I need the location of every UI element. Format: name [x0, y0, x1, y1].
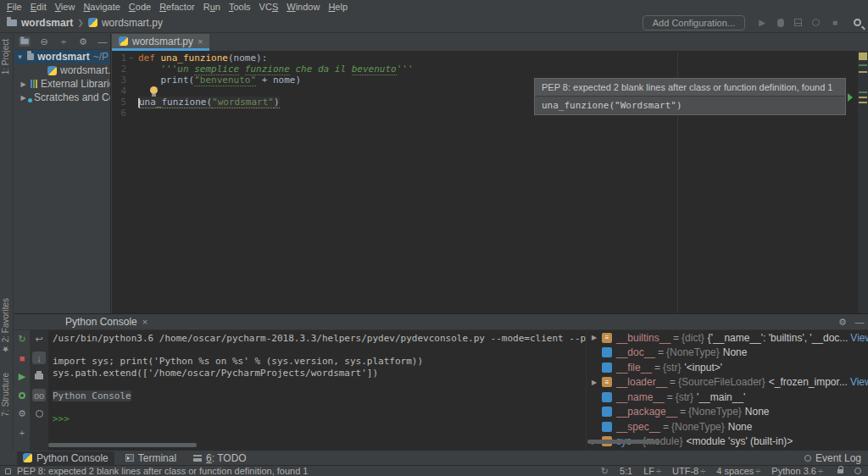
- menu-run[interactable]: Run: [199, 2, 225, 12]
- menu-tools[interactable]: Tools: [225, 2, 255, 12]
- fold-icon[interactable]: −: [129, 53, 138, 64]
- inspection-indicator-icon[interactable]: [859, 53, 867, 60]
- variable-row-file[interactable]: __file__={str}'<input>': [587, 360, 868, 375]
- tree-expand-icon[interactable]: ▼: [16, 53, 24, 61]
- variable-row-name[interactable]: __name__={str}'__main__': [587, 390, 868, 405]
- tree-item-scratches-and-co[interactable]: ▶Scratches and Co: [14, 91, 110, 104]
- breadcrumb-project[interactable]: wordsmart: [21, 17, 73, 29]
- run-coverage-icon[interactable]: [794, 19, 802, 26]
- expand-icon[interactable]: ▶: [592, 379, 602, 386]
- variables-hscrollbar[interactable]: [587, 440, 659, 444]
- status-widget-5-1[interactable]: 5:1: [620, 466, 632, 476]
- code-text[interactable]: una_funzione("wordsmart"): [138, 97, 280, 108]
- tree-item-external-libraries[interactable]: ▶External Libraries: [14, 77, 110, 91]
- expand-icon[interactable]: ▶: [592, 334, 602, 341]
- run-play-icon[interactable]: ▶: [757, 18, 767, 27]
- hide-panel-icon[interactable]: —: [851, 317, 868, 328]
- settings-gear-icon[interactable]: ⚙: [15, 407, 29, 420]
- attach-debugger-icon[interactable]: [15, 389, 29, 401]
- background-task-icon[interactable]: ↻: [601, 466, 609, 476]
- code-line[interactable]: 2 '''un semplice funzione che da il beve…: [112, 64, 858, 75]
- status-widget-python-3-6[interactable]: Python 3.6÷: [771, 466, 823, 476]
- error-stripe[interactable]: [858, 51, 868, 313]
- tool-stripe-favorites[interactable]: ★ 2: Favorites: [1, 298, 10, 354]
- view-link[interactable]: View: [848, 376, 868, 388]
- event-log-button[interactable]: Event Log: [804, 452, 861, 464]
- hide-panel-icon[interactable]: —: [97, 36, 108, 47]
- stripe-mark-green[interactable]: [859, 91, 867, 93]
- breadcrumb-separator-icon: ❯: [77, 19, 84, 27]
- stripe-mark-yellow[interactable]: [859, 71, 867, 73]
- console-hscrollbar[interactable]: [48, 443, 197, 447]
- show-variables-icon[interactable]: oo: [32, 389, 46, 401]
- menu-edit[interactable]: Edit: [26, 2, 51, 12]
- code-text[interactable]: def una_funzione(nome):: [138, 53, 267, 64]
- collapse-all-icon[interactable]: ⊖: [38, 36, 50, 47]
- menu-refactor[interactable]: Refactor: [155, 2, 199, 12]
- add-configuration-button[interactable]: Add Configuration...: [643, 15, 745, 30]
- status-widget-lf[interactable]: LF÷: [643, 466, 661, 476]
- scroll-to-end-icon[interactable]: ↓: [32, 351, 46, 364]
- tab-title: wordsmart.py: [132, 36, 193, 47]
- execute-icon[interactable]: ▶: [15, 370, 29, 383]
- status-widget-utf-8[interactable]: UTF-8÷: [672, 466, 705, 476]
- status-message[interactable]: PEP 8: expected 2 blank lines after clas…: [5, 466, 308, 476]
- terminal-icon: [125, 454, 134, 462]
- tree-expand-icon[interactable]: ▶: [19, 94, 27, 102]
- tool-stripe-structure[interactable]: 7: Structure: [1, 373, 10, 417]
- breadcrumb-file[interactable]: wordsmart.py: [102, 17, 163, 29]
- profiler-icon[interactable]: [812, 19, 820, 26]
- tree-item-wordsmart[interactable]: ▼wordsmart ~/P: [14, 50, 110, 64]
- toolwindow-terminal[interactable]: Terminal: [120, 451, 182, 465]
- tab-wordsmart-py[interactable]: wordsmart.py ×: [112, 34, 209, 51]
- tree-item-wordsmart-py[interactable]: wordsmart.py: [14, 64, 110, 77]
- rerun-console-icon[interactable]: ↻: [15, 333, 29, 346]
- menu-help[interactable]: Help: [324, 2, 352, 12]
- toolwindow-6-todo[interactable]: 6: TODO: [187, 451, 253, 465]
- variable-row-builtins[interactable]: ▶≡__builtins__={dict}{'__name__': 'built…: [587, 330, 868, 346]
- toolwindow-python-console[interactable]: Python Console: [17, 451, 114, 465]
- menu-code[interactable]: Code: [125, 2, 155, 12]
- compact-view-icon[interactable]: ÷: [58, 36, 70, 47]
- soft-wrap-icon[interactable]: ↩: [32, 333, 46, 346]
- stripe-mark-yellow[interactable]: [859, 97, 867, 98]
- view-link[interactable]: View: [848, 332, 868, 344]
- print-icon[interactable]: [32, 370, 46, 383]
- variable-row-loader[interactable]: ▶≡__loader__={SourceFileLoader}<_frozen_…: [587, 375, 868, 390]
- close-tab-icon[interactable]: ×: [198, 36, 203, 47]
- variable-value: <_frozen_impor...: [765, 376, 848, 388]
- add-console-icon[interactable]: +: [15, 426, 29, 439]
- code-text[interactable]: '''un semplice funzione che da il bevenu…: [138, 64, 414, 75]
- highlighting-level-icon[interactable]: [854, 468, 861, 474]
- variables-panel: ▶≡__builtins__={dict}{'__name__': 'built…: [586, 330, 868, 451]
- variable-row-doc[interactable]: __doc__={NoneType}None: [587, 346, 868, 361]
- variable-row-package[interactable]: __package__={NoneType}None: [587, 405, 868, 420]
- readonly-lock-icon[interactable]: [837, 469, 843, 473]
- search-everywhere-icon[interactable]: [854, 19, 861, 26]
- stop-icon[interactable]: ■: [830, 18, 840, 27]
- menu-file[interactable]: File: [3, 2, 26, 12]
- stripe-mark-green[interactable]: [859, 64, 867, 66]
- menu-vcs[interactable]: VCS: [255, 2, 283, 12]
- close-tab-icon[interactable]: ×: [142, 317, 147, 327]
- code-token: (nome):: [228, 53, 267, 64]
- stripe-mark-yellow[interactable]: [859, 102, 867, 103]
- code-line[interactable]: 1−def una_funzione(nome):: [112, 53, 858, 64]
- menu-navigate[interactable]: Navigate: [79, 2, 124, 12]
- tree-expand-icon[interactable]: ▶: [19, 80, 27, 88]
- history-icon[interactable]: [32, 407, 46, 420]
- status-widget-4-spaces[interactable]: 4 spaces÷: [716, 466, 760, 476]
- menu-view[interactable]: View: [51, 2, 80, 12]
- menu-window[interactable]: Window: [282, 2, 324, 12]
- settings-gear-icon[interactable]: ⚙: [77, 36, 89, 47]
- intention-bulb-icon[interactable]: [150, 86, 158, 94]
- variable-row-spec[interactable]: __spec__={NoneType}None: [587, 419, 868, 434]
- tab-python-console[interactable]: Python Console ×: [58, 314, 154, 329]
- editor-area[interactable]: wordsmart.py × 1−def una_funzione(nome):…: [112, 34, 868, 313]
- tool-stripe-project[interactable]: 1: Project: [1, 39, 10, 75]
- debug-bug-icon[interactable]: [777, 19, 784, 27]
- stop-icon[interactable]: ■: [15, 351, 29, 364]
- settings-gear-icon[interactable]: ⚙: [834, 317, 851, 328]
- project-selector-icon[interactable]: [19, 36, 31, 47]
- code-text[interactable]: print("benvenuto" + nome): [138, 75, 301, 86]
